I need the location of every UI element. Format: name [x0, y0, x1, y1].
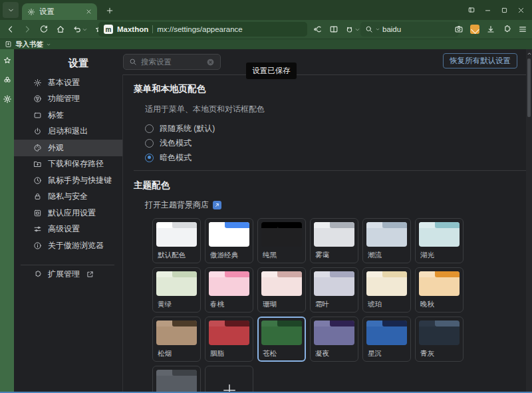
main-menu-button[interactable]	[515, 22, 531, 37]
theme-tile-11[interactable]: 晚秋	[415, 267, 464, 313]
theme-tile-4[interactable]: 潮流	[362, 218, 411, 263]
theme-tile-1[interactable]: 傲游经典	[205, 218, 253, 263]
theme-store-label: 打开主题背景商店	[145, 199, 209, 211]
color-mode-radio-2[interactable]: 暗色模式	[145, 153, 526, 162]
color-mode-radio-1[interactable]: 浅色模式	[145, 138, 526, 148]
theme-tile-10[interactable]: 琥珀	[362, 267, 411, 313]
back-button[interactable]	[3, 22, 19, 37]
funnel-icon	[33, 94, 42, 103]
settings-panel-icon[interactable]	[3, 94, 12, 104]
theme-tile-2[interactable]: 纯黑	[257, 218, 306, 263]
theme-swatch	[366, 222, 407, 247]
color-mode-radio-0[interactable]: 跟随系统 (默认)	[145, 124, 526, 133]
theme-store-link[interactable]: 打开主题背景商店	[145, 199, 526, 211]
sidebar-item-label: 下载和保存路径	[48, 158, 104, 170]
address-bar[interactable]: m Maxthon mx://settings/appearance	[98, 22, 307, 37]
theme-tile-15[interactable]: 凝夜	[310, 317, 358, 362]
extensions-button[interactable]	[499, 22, 515, 37]
theme-tile-16[interactable]: 星沉	[362, 317, 411, 362]
theme-tile-5[interactable]: 湖光	[415, 218, 464, 263]
sidebar-item-0[interactable]: 基本设置	[14, 74, 122, 91]
caret-down-icon	[376, 27, 380, 31]
sidebar-item-7[interactable]: 隐私与安全	[14, 189, 122, 205]
settings-search-input[interactable]: 搜索设置	[123, 54, 221, 70]
reader-mode-button[interactable]	[326, 22, 342, 37]
sidebar-item-8[interactable]: 默认应用设置	[14, 205, 122, 221]
reload-button[interactable]	[36, 22, 52, 37]
nav-divider	[21, 265, 114, 265]
caret-down-icon	[355, 27, 360, 32]
clear-search-icon[interactable]	[206, 58, 215, 66]
theme-swatch	[261, 222, 302, 247]
undo-button[interactable]	[69, 22, 90, 37]
theme-swatch	[261, 271, 302, 296]
theme-name: 雾霭	[314, 251, 354, 260]
section-heading-theme: 主题配色	[134, 171, 526, 192]
sidebar-item-6[interactable]: 鼠标手势与快捷键	[14, 172, 122, 189]
theme-tile-17[interactable]: 青灰	[415, 317, 464, 362]
theme-swatch	[314, 222, 354, 247]
search-icon	[129, 58, 137, 66]
tab-title: 设置	[39, 7, 82, 17]
restore-defaults-button[interactable]: 恢复所有默认设置	[443, 53, 517, 68]
notes-button[interactable]	[467, 22, 483, 37]
theme-tile-0[interactable]: 默认配色	[152, 218, 201, 263]
import-bookmarks-icon	[5, 41, 12, 48]
theme-tile-12[interactable]: 松烟	[152, 317, 201, 362]
minimize-button[interactable]	[479, 0, 496, 20]
theme-swatch	[419, 222, 460, 247]
theme-name: 潮流	[366, 251, 407, 260]
sidebar-item-extensions[interactable]: 扩展管理	[14, 267, 122, 283]
theme-swatch	[261, 321, 302, 345]
sidebar-item-label: 关于傲游浏览器	[48, 240, 104, 251]
downloads-button[interactable]	[483, 22, 499, 37]
sidebar-item-3[interactable]: 启动和退出	[14, 124, 122, 140]
forward-button[interactable]	[19, 22, 35, 37]
favorites-panel-icon[interactable]	[3, 56, 12, 65]
sidebar-item-9[interactable]: 高级设置	[14, 221, 122, 238]
chevron-down-icon	[7, 7, 15, 14]
theme-swatch	[314, 321, 354, 345]
theme-tile-9[interactable]: 霜叶	[310, 267, 358, 313]
sidebar-item-4[interactable]: 外观	[14, 140, 122, 156]
scroll-up-arrow[interactable]	[526, 51, 532, 57]
sidebar-item-5[interactable]: 下载和保存路径	[14, 156, 122, 173]
info-icon	[33, 241, 42, 250]
theme-tile-6[interactable]: 黄绿	[152, 267, 201, 313]
theme-swatch	[314, 271, 354, 296]
tab-settings[interactable]: 设置	[22, 3, 97, 20]
open-store-icon[interactable]	[213, 201, 221, 209]
layout-button[interactable]	[463, 0, 479, 20]
read-aloud-button[interactable]	[310, 22, 326, 37]
scrollbar[interactable]	[526, 49, 532, 393]
theme-swatch	[209, 222, 249, 247]
screenshot-button[interactable]	[451, 22, 467, 37]
sidebar-item-1[interactable]: 功能管理	[14, 91, 122, 108]
add-theme-button[interactable]	[205, 366, 253, 393]
scrollbar-thumb[interactable]	[527, 59, 531, 117]
new-tab-button[interactable]	[104, 5, 116, 17]
home-button[interactable]	[53, 22, 68, 37]
sliders-icon	[33, 225, 42, 233]
maximize-icon	[501, 7, 508, 14]
maximize-button[interactable]	[496, 0, 513, 20]
tab-close-icon[interactable]	[86, 9, 92, 15]
window-controls	[463, 0, 529, 20]
close-button[interactable]	[513, 0, 529, 20]
sidebar-item-10[interactable]: 关于傲游浏览器	[14, 237, 122, 254]
theme-tile-14[interactable]: 苍松	[257, 317, 306, 362]
sidebar-item-2[interactable]: 标签	[14, 107, 122, 124]
theme-tile-8[interactable]: 珊瑚	[257, 267, 306, 313]
apps-panel-icon[interactable]	[3, 75, 12, 84]
theme-swatch	[209, 321, 249, 345]
quick-search-box[interactable]: baidu	[360, 22, 459, 37]
tab-list-menu-button[interactable]	[3, 2, 19, 18]
toolbar: m Maxthon mx://settings/appearance baidu	[0, 20, 532, 39]
theme-tile-7[interactable]: 春桃	[205, 267, 253, 313]
theme-tile-3[interactable]: 雾霭	[310, 218, 358, 263]
back-icon	[6, 25, 15, 34]
undo-icon	[72, 25, 82, 34]
theme-tile-13[interactable]: 胭脂	[205, 317, 253, 362]
import-bookmarks-label[interactable]: 导入书签	[15, 40, 43, 49]
theme-tile-18[interactable]: 暗夜	[152, 366, 201, 393]
